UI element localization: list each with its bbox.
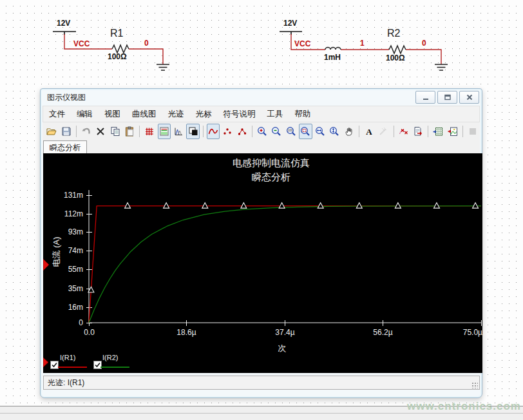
menu-item-2[interactable]: 视图 [99,108,126,121]
toolbar-separator [428,126,428,137]
traces-button[interactable] [172,124,185,139]
delete-icon [95,126,106,137]
legend-checkbox-ir2[interactable] [93,361,102,369]
legend-swatch-ir1 [58,367,87,368]
chart-area[interactable]: 电感抑制电流仿真 瞬态分析 电流 (A) 次 I(R1) I(R2) [43,153,482,373]
menu-item-1[interactable]: 编辑 [71,108,99,121]
tab-strip: 瞬态分析 [43,140,480,154]
export-graph-icon [448,126,458,137]
close-button[interactable] [459,91,479,104]
check-icon [52,362,57,368]
supply1-label: 12V [57,19,70,28]
ground-symbol-1[interactable] [157,64,169,70]
marker-triangle [241,203,247,209]
black-white-icon [188,126,198,137]
resize-grip[interactable] [471,382,478,388]
y-tick-6: 112m [43,209,83,218]
zoom-in-icon [257,126,267,137]
supply2-label: 12V [283,19,297,28]
marker-triangle [125,203,131,209]
grid-button[interactable] [143,124,156,139]
export-data-icon [413,126,423,137]
toolbar-separator [359,126,359,137]
zoom-in-button[interactable] [256,124,269,139]
x-tick-3: 56.2µ [364,328,403,337]
paste-icon [124,126,135,137]
delete-button[interactable] [94,124,107,139]
dot-mode-button[interactable] [221,124,234,139]
chart-plot[interactable] [43,153,482,373]
power-symbols [53,32,302,35]
dots-icon [222,126,233,137]
grid-icon [144,126,155,137]
toolbar-separator [139,126,140,137]
stop-icon [468,126,478,137]
line-mode-button[interactable] [207,124,220,139]
cursors-button[interactable] [397,124,410,139]
menu-item-4[interactable]: 光迹 [162,108,190,121]
y-tick-4: 74m [43,246,83,255]
svg-text:100: 100 [288,129,293,132]
menu-item-3[interactable]: 曲线图 [126,108,162,121]
close-icon [466,93,473,101]
toolbar-separator [203,126,204,137]
tab-transient-analysis[interactable]: 瞬态分析 [43,140,87,154]
toolbar-separator [462,126,463,137]
inductor-l1[interactable] [325,47,341,50]
text-button[interactable]: A [363,124,376,139]
legend-button[interactable] [158,124,171,139]
ground-symbol-2[interactable] [435,64,448,70]
x-tick-4: 75.0µ [444,328,482,337]
zoom-x-button[interactable] [314,124,327,139]
zoom-100-icon: 100 [286,126,296,137]
black-white-button[interactable] [186,124,199,139]
maximize-button[interactable] [437,91,457,104]
export-excel-button[interactable] [432,124,444,139]
menu-item-8[interactable]: 帮助 [289,108,317,121]
zoom-area-button[interactable] [299,124,312,139]
y-tick-2: 35m [43,284,83,293]
text-edit-icon [378,126,388,137]
series-I(R2)[interactable] [89,206,481,323]
open-button[interactable] [45,124,58,139]
copy-button[interactable] [109,124,122,139]
traces-icon [173,126,184,137]
zoom-out-button[interactable] [270,124,283,139]
undo-button[interactable] [80,124,93,139]
save-button[interactable] [59,124,72,139]
line-dot-mode-button[interactable] [236,124,249,139]
toolbar-separator [394,126,394,137]
paste-button[interactable] [123,124,136,139]
title-bar[interactable]: 图示仪视图 [41,89,482,106]
marker-triangle [202,203,208,209]
stop-button[interactable] [466,124,479,139]
window-title: 图示仪视图 [47,92,414,103]
zoom-y-button[interactable] [328,124,341,139]
menu-item-5[interactable]: 光标 [190,108,218,121]
legend-icon [159,126,169,137]
marker-triangle [433,203,439,209]
y-tick-5: 93m [43,227,83,236]
resistor-r2[interactable] [389,46,406,53]
minimize-button[interactable] [415,91,435,104]
line-curve-icon [208,126,218,137]
menu-item-0[interactable]: 文件 [43,108,71,121]
legend-label-ir2: I(R2) [102,354,118,361]
toolbar-separator [252,126,252,137]
copy-icon [110,126,120,137]
pan-button[interactable] [342,124,355,139]
grapher-window: 图示仪视图 文件编辑视图曲线图光迹光标符号说明工具帮助 [40,88,482,398]
series-I(R1)[interactable] [89,206,481,323]
export-graph-button[interactable] [446,124,459,139]
text-icon: A [364,126,374,137]
status-bar: 光迹: I(R1) [43,376,480,390]
zoom-100-button[interactable]: 100 [285,124,298,139]
legend-checkbox-ir1[interactable] [50,361,59,369]
export-data-button[interactable] [412,124,424,139]
marker-triangle [279,203,285,209]
menu-item-6[interactable]: 符号说明 [218,108,262,121]
marker-triangle [318,203,323,209]
pan-hand-icon [344,126,354,137]
menu-item-7[interactable]: 工具 [262,108,289,121]
text-edit-button[interactable] [377,124,390,139]
